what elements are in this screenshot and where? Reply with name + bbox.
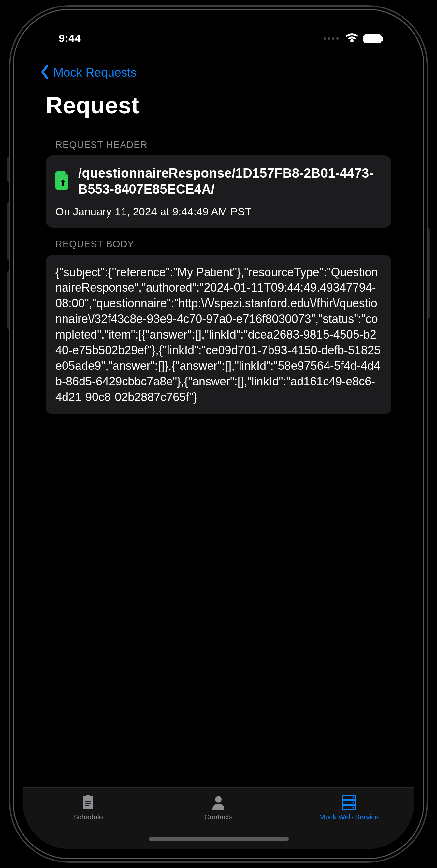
tab-label: Schedule xyxy=(73,813,103,822)
device-frame: 9:44 Mock Requ xyxy=(14,10,423,858)
request-timestamp: On January 11, 2024 at 9:44:49 AM PST xyxy=(55,206,382,218)
request-body-text: {"subject":{"reference":"My Patient"},"r… xyxy=(55,265,382,405)
file-upload-icon xyxy=(55,172,70,191)
request-body-card: {"subject":{"reference":"My Patient"},"r… xyxy=(45,255,392,415)
tab-label: Mock Web Service xyxy=(319,813,379,822)
back-button[interactable] xyxy=(39,65,50,81)
battery-icon xyxy=(363,34,382,43)
wifi-icon xyxy=(346,32,358,44)
nav-bar: Mock Requests xyxy=(23,58,414,87)
tab-contacts[interactable]: Contacts xyxy=(153,794,283,849)
svg-rect-1 xyxy=(86,795,90,798)
content[interactable]: REQUEST HEADER /questionnaireResponse/1D… xyxy=(23,128,414,787)
svg-point-9 xyxy=(352,797,354,798)
person-icon xyxy=(210,794,226,810)
tab-mock-web-service[interactable]: Mock Web Service xyxy=(284,794,414,849)
svg-rect-3 xyxy=(85,803,91,804)
svg-rect-2 xyxy=(85,801,91,802)
status-time: 9:44 xyxy=(59,32,81,44)
svg-rect-4 xyxy=(85,805,89,806)
volume-down-button[interactable] xyxy=(7,271,12,329)
tab-schedule[interactable]: Schedule xyxy=(23,794,153,849)
cell-signal-icon xyxy=(323,37,339,40)
section-header-request-body: REQUEST BODY xyxy=(45,228,392,255)
volume-up-button[interactable] xyxy=(7,202,12,261)
page-title: Request xyxy=(23,87,414,128)
request-header-card: /questionnaireResponse/1D157FB8-2B01-447… xyxy=(45,155,392,228)
status-bar: 9:44 xyxy=(23,19,414,58)
mute-switch[interactable] xyxy=(7,156,12,183)
section-header-request-header: REQUEST HEADER xyxy=(45,128,392,155)
svg-point-10 xyxy=(352,802,354,804)
server-icon xyxy=(341,794,357,810)
request-path: /questionnaireResponse/1D157FB8-2B01-447… xyxy=(78,165,382,197)
home-indicator[interactable] xyxy=(149,837,289,841)
svg-point-5 xyxy=(215,796,222,803)
back-label[interactable]: Mock Requests xyxy=(54,66,136,80)
clipboard-icon xyxy=(80,794,96,810)
screen: 9:44 Mock Requ xyxy=(23,19,414,849)
power-button[interactable] xyxy=(425,228,430,319)
svg-point-11 xyxy=(352,807,354,809)
tab-label: Contacts xyxy=(204,813,233,822)
